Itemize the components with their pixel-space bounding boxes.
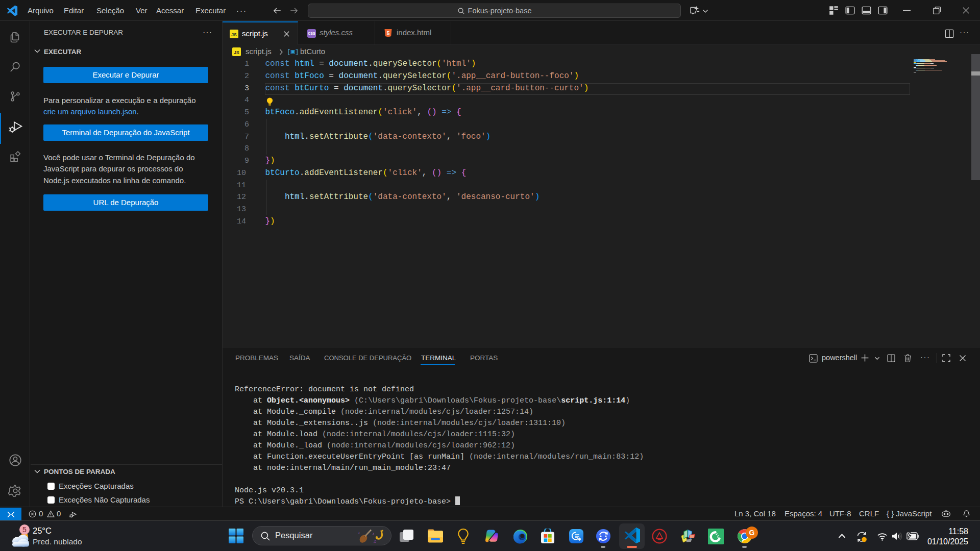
svg-text:♪: ♪	[372, 531, 375, 536]
svg-text:5: 5	[387, 31, 390, 36]
svg-text:♫: ♫	[373, 539, 377, 544]
svg-text:♪: ♪	[358, 531, 360, 535]
